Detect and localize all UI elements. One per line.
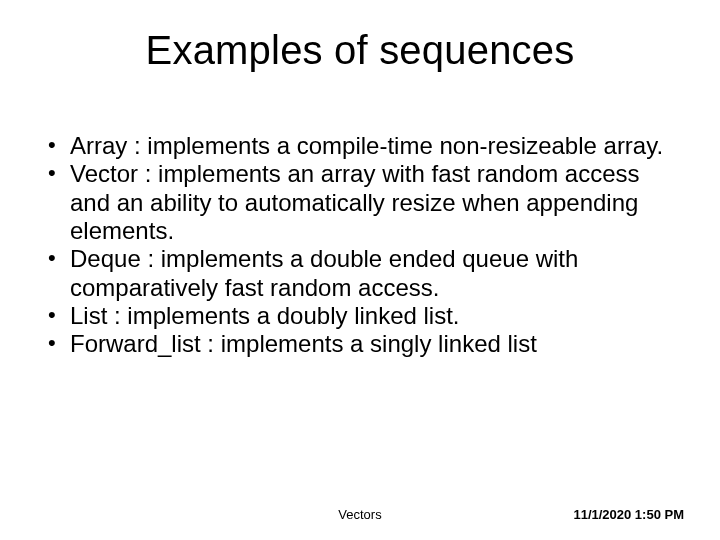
footer-timestamp: 11/1/2020 1:50 PM bbox=[573, 507, 684, 522]
bullet-text: List : implements a doubly linked list. bbox=[70, 302, 460, 329]
slide: Examples of sequences Array : implements… bbox=[0, 0, 720, 540]
list-item: Deque : implements a double ended queue … bbox=[46, 245, 666, 302]
list-item: Array : implements a compile-time non-re… bbox=[46, 132, 666, 160]
slide-title: Examples of sequences bbox=[0, 28, 720, 73]
list-item: Vector : implements an array with fast r… bbox=[46, 160, 666, 245]
bullet-text: Vector : implements an array with fast r… bbox=[70, 160, 640, 244]
slide-body: Array : implements a compile-time non-re… bbox=[46, 132, 666, 359]
bullet-text: Array : implements a compile-time non-re… bbox=[70, 132, 663, 159]
list-item: Forward_list : implements a singly linke… bbox=[46, 330, 666, 358]
bullet-list: Array : implements a compile-time non-re… bbox=[46, 132, 666, 359]
list-item: List : implements a doubly linked list. bbox=[46, 302, 666, 330]
bullet-text: Deque : implements a double ended queue … bbox=[70, 245, 578, 300]
bullet-text: Forward_list : implements a singly linke… bbox=[70, 330, 537, 357]
